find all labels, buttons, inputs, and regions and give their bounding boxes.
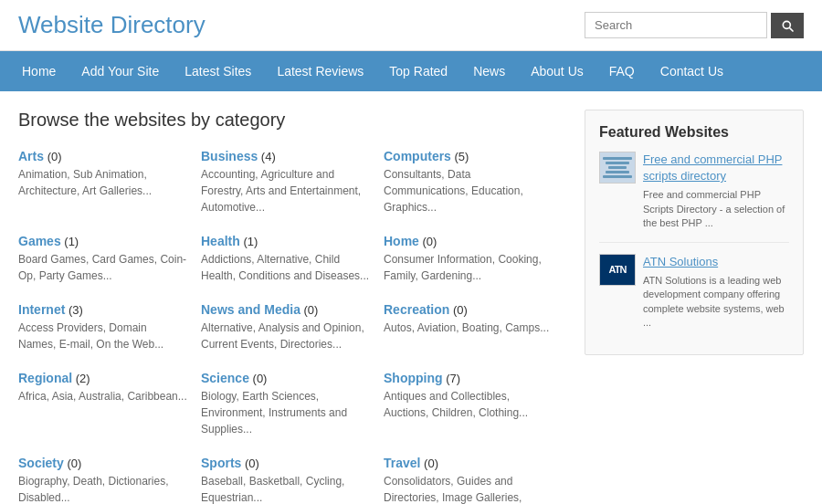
nav-link-latest-sites[interactable]: Latest Sites: [172, 51, 264, 91]
categories-grid: Arts (0)Animation, Sub Animation, Archit…: [18, 149, 566, 504]
category-desc: Biography, Death, Dictionaries, Disabled…: [18, 473, 187, 504]
featured-title-link[interactable]: Free and commercial PHP scripts director…: [643, 152, 789, 184]
featured-item: Free and commercial PHP scripts director…: [599, 152, 789, 243]
nav-link-faq[interactable]: FAQ: [596, 51, 648, 91]
category-title-link[interactable]: Science: [201, 371, 249, 385]
featured-title-link[interactable]: ATN Solutions: [643, 254, 789, 270]
site-header: Website Directory: [0, 0, 822, 51]
category-item-travel: Travel (0)Consolidators, Guides and Dire…: [384, 456, 566, 504]
category-desc: Biology, Earth Sciences, Environment, In…: [201, 388, 370, 437]
category-desc: Animation, Sub Animation, Architecture, …: [18, 166, 187, 199]
category-count: (4): [258, 150, 276, 163]
category-item-arts: Arts (0)Animation, Sub Animation, Archit…: [18, 149, 201, 234]
category-item-news-and-media: News and Media (0)Alternative, Analysis …: [201, 302, 384, 371]
search-icon: [780, 18, 795, 33]
category-desc: Consolidators, Guides and Directories, I…: [384, 473, 553, 504]
featured-list: Free and commercial PHP scripts director…: [599, 152, 789, 341]
nav-item-faq: FAQ: [596, 51, 648, 91]
category-title-link[interactable]: Shopping: [384, 371, 443, 385]
category-desc: Alternative, Analysis and Opinion, Curre…: [201, 320, 370, 352]
nav-item-top-rated: Top Rated: [376, 51, 460, 91]
nav-item-add-your-site: Add Your Site: [68, 51, 172, 91]
category-item-recreation: Recreation (0)Autos, Aviation, Boating, …: [384, 302, 566, 371]
category-desc: Africa, Asia, Australia, Caribbean...: [18, 388, 187, 404]
nav-link-latest-reviews[interactable]: Latest Reviews: [264, 51, 376, 91]
featured-heading: Featured Websites: [599, 124, 789, 141]
category-title-link[interactable]: News and Media: [201, 302, 300, 317]
category-item-health: Health (1)Addictions, Alternative, Child…: [201, 234, 384, 302]
category-title-link[interactable]: Society: [18, 456, 64, 470]
category-desc: Consumer Information, Cooking, Family, G…: [384, 251, 553, 284]
featured-thumb: [599, 152, 636, 184]
featured-desc: Free and commercial PHP Scripts Director…: [643, 188, 789, 230]
category-count: (0): [420, 457, 438, 470]
category-desc: Board Games, Card Games, Coin-Op, Party …: [18, 251, 187, 284]
category-item-computers: Computers (5)Consultants, Data Communica…: [384, 149, 566, 234]
search-button[interactable]: [771, 13, 804, 38]
featured-info: ATN SolutionsATN Solutions is a leading …: [643, 254, 789, 331]
category-count: (7): [443, 372, 461, 385]
category-count: (3): [65, 303, 83, 317]
nav-item-news: News: [460, 51, 518, 91]
search-container: [585, 12, 804, 38]
category-title-link[interactable]: Regional: [18, 371, 72, 385]
nav-item-contact-us: Contact Us: [648, 51, 736, 91]
category-count: (0): [300, 303, 319, 317]
category-desc: Antiques and Collectibles, Auctions, Chi…: [384, 388, 553, 421]
category-desc: Accounting, Agriculture and Forestry, Ar…: [201, 166, 370, 215]
category-count: (1): [61, 235, 79, 248]
nav-item-home: Home: [9, 51, 68, 91]
nav-link-about-us[interactable]: About Us: [518, 51, 596, 91]
category-item-science: Science (0)Biology, Earth Sciences, Envi…: [201, 371, 384, 456]
category-title-link[interactable]: Recreation: [384, 302, 449, 317]
nav-link-top-rated[interactable]: Top Rated: [376, 51, 460, 91]
category-count: (0): [44, 150, 62, 163]
category-count: (0): [419, 235, 437, 248]
nav-link-home[interactable]: Home: [9, 51, 68, 91]
category-count: (2): [72, 372, 90, 385]
category-title-link[interactable]: Arts: [18, 149, 44, 163]
category-desc: Addictions, Alternative, Child Health, C…: [201, 251, 370, 284]
nav-link-news[interactable]: News: [460, 51, 518, 91]
nav-item-about-us: About Us: [518, 51, 596, 91]
featured-sidebar: Featured Websites Free and commercial PH…: [585, 110, 804, 355]
category-item-games: Games (1)Board Games, Card Games, Coin-O…: [18, 234, 201, 302]
category-count: (5): [451, 150, 469, 163]
categories-heading: Browse the websites by category: [18, 110, 566, 131]
category-title-link[interactable]: Health: [201, 234, 240, 248]
category-title-link[interactable]: Home: [384, 234, 419, 248]
nav-item-latest-sites: Latest Sites: [172, 51, 264, 91]
search-input[interactable]: [585, 12, 767, 38]
category-item-business: Business (4)Accounting, Agriculture and …: [201, 149, 384, 234]
category-count: (1): [240, 235, 258, 248]
category-count: (0): [449, 303, 468, 317]
featured-info: Free and commercial PHP scripts director…: [643, 152, 789, 231]
main-nav: HomeAdd Your SiteLatest SitesLatest Revi…: [0, 51, 822, 91]
category-desc: Baseball, Basketball, Cycling, Equestria…: [201, 473, 370, 504]
category-title-link[interactable]: Travel: [384, 456, 420, 470]
site-title[interactable]: Website Directory: [18, 11, 206, 39]
category-item-shopping: Shopping (7)Antiques and Collectibles, A…: [384, 371, 566, 456]
category-item-regional: Regional (2)Africa, Asia, Australia, Car…: [18, 371, 201, 456]
category-desc: Autos, Aviation, Boating, Camps...: [384, 320, 553, 336]
category-title-link[interactable]: Games: [18, 234, 61, 248]
category-title-link[interactable]: Sports: [201, 456, 241, 470]
category-item-society: Society (0)Biography, Death, Dictionarie…: [18, 456, 201, 504]
category-title-link[interactable]: Business: [201, 149, 258, 163]
category-count: (0): [64, 457, 82, 470]
nav-link-contact-us[interactable]: Contact Us: [648, 51, 736, 91]
categories-section: Browse the websites by category Arts (0)…: [18, 110, 566, 504]
category-count: (0): [241, 457, 259, 470]
nav-item-latest-reviews: Latest Reviews: [264, 51, 376, 91]
featured-desc: ATN Solutions is a leading web developme…: [643, 274, 789, 331]
category-desc: Consultants, Data Communications, Educat…: [384, 166, 553, 215]
category-count: (0): [249, 372, 268, 385]
nav-link-add-your-site[interactable]: Add Your Site: [68, 51, 172, 91]
featured-item: ATNATN SolutionsATN Solutions is a leadi…: [599, 254, 789, 341]
category-title-link[interactable]: Internet: [18, 302, 65, 317]
category-item-internet: Internet (3)Access Providers, Domain Nam…: [18, 302, 201, 371]
category-item-sports: Sports (0)Baseball, Basketball, Cycling,…: [201, 456, 384, 504]
main-content: Browse the websites by category Arts (0)…: [0, 91, 822, 504]
category-title-link[interactable]: Computers: [384, 149, 451, 163]
featured-thumb: ATN: [599, 254, 636, 286]
